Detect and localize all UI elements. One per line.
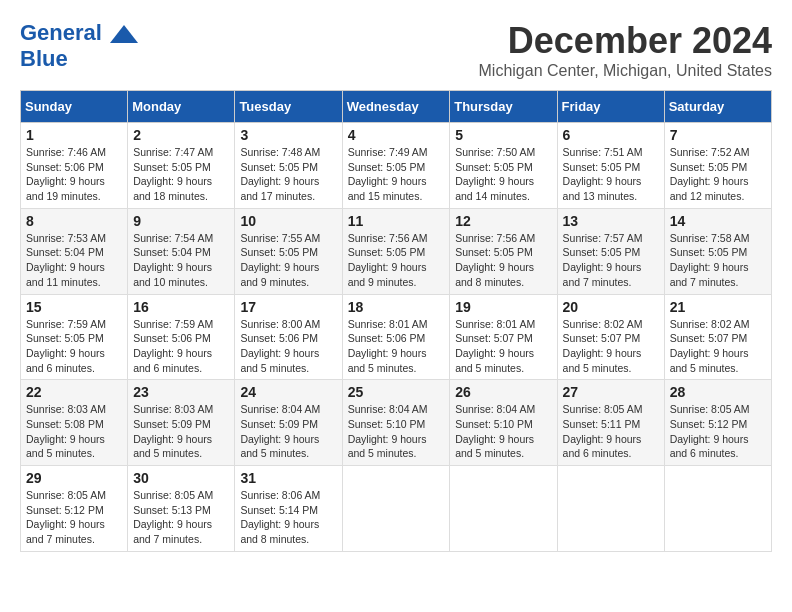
day-info: Sunrise: 8:05 AMSunset: 5:11 PMDaylight:…	[563, 402, 659, 461]
day-cell: 5Sunrise: 7:50 AMSunset: 5:05 PMDaylight…	[450, 123, 557, 209]
day-cell: 25Sunrise: 8:04 AMSunset: 5:10 PMDayligh…	[342, 380, 450, 466]
day-cell: 27Sunrise: 8:05 AMSunset: 5:11 PMDayligh…	[557, 380, 664, 466]
calendar-header-row: SundayMondayTuesdayWednesdayThursdayFrid…	[21, 91, 772, 123]
day-cell: 8Sunrise: 7:53 AMSunset: 5:04 PMDaylight…	[21, 208, 128, 294]
day-cell: 4Sunrise: 7:49 AMSunset: 5:05 PMDaylight…	[342, 123, 450, 209]
day-cell	[664, 466, 771, 552]
day-info: Sunrise: 7:53 AMSunset: 5:04 PMDaylight:…	[26, 231, 122, 290]
day-info: Sunrise: 7:56 AMSunset: 5:05 PMDaylight:…	[348, 231, 445, 290]
header-tuesday: Tuesday	[235, 91, 342, 123]
day-number: 10	[240, 213, 336, 229]
day-info: Sunrise: 7:50 AMSunset: 5:05 PMDaylight:…	[455, 145, 551, 204]
header-wednesday: Wednesday	[342, 91, 450, 123]
page-header: General Blue December 2024 Michigan Cent…	[20, 20, 772, 80]
day-number: 9	[133, 213, 229, 229]
day-cell: 31Sunrise: 8:06 AMSunset: 5:14 PMDayligh…	[235, 466, 342, 552]
day-info: Sunrise: 7:48 AMSunset: 5:05 PMDaylight:…	[240, 145, 336, 204]
day-number: 11	[348, 213, 445, 229]
day-info: Sunrise: 7:47 AMSunset: 5:05 PMDaylight:…	[133, 145, 229, 204]
day-number: 1	[26, 127, 122, 143]
day-cell: 16Sunrise: 7:59 AMSunset: 5:06 PMDayligh…	[128, 294, 235, 380]
week-row-4: 22Sunrise: 8:03 AMSunset: 5:08 PMDayligh…	[21, 380, 772, 466]
day-number: 25	[348, 384, 445, 400]
day-number: 13	[563, 213, 659, 229]
day-number: 3	[240, 127, 336, 143]
day-cell: 29Sunrise: 8:05 AMSunset: 5:12 PMDayligh…	[21, 466, 128, 552]
day-number: 22	[26, 384, 122, 400]
day-cell	[557, 466, 664, 552]
header-saturday: Saturday	[664, 91, 771, 123]
svg-marker-0	[110, 25, 138, 43]
day-cell: 1Sunrise: 7:46 AMSunset: 5:06 PMDaylight…	[21, 123, 128, 209]
day-info: Sunrise: 7:58 AMSunset: 5:05 PMDaylight:…	[670, 231, 766, 290]
day-cell: 18Sunrise: 8:01 AMSunset: 5:06 PMDayligh…	[342, 294, 450, 380]
day-info: Sunrise: 8:02 AMSunset: 5:07 PMDaylight:…	[670, 317, 766, 376]
day-number: 24	[240, 384, 336, 400]
day-info: Sunrise: 8:04 AMSunset: 5:10 PMDaylight:…	[455, 402, 551, 461]
day-info: Sunrise: 8:01 AMSunset: 5:07 PMDaylight:…	[455, 317, 551, 376]
week-row-2: 8Sunrise: 7:53 AMSunset: 5:04 PMDaylight…	[21, 208, 772, 294]
day-number: 26	[455, 384, 551, 400]
day-info: Sunrise: 8:03 AMSunset: 5:08 PMDaylight:…	[26, 402, 122, 461]
day-number: 18	[348, 299, 445, 315]
day-info: Sunrise: 8:06 AMSunset: 5:14 PMDaylight:…	[240, 488, 336, 547]
day-info: Sunrise: 7:57 AMSunset: 5:05 PMDaylight:…	[563, 231, 659, 290]
logo-text: General	[20, 20, 138, 46]
day-cell: 13Sunrise: 7:57 AMSunset: 5:05 PMDayligh…	[557, 208, 664, 294]
day-number: 20	[563, 299, 659, 315]
week-row-3: 15Sunrise: 7:59 AMSunset: 5:05 PMDayligh…	[21, 294, 772, 380]
day-number: 15	[26, 299, 122, 315]
day-number: 16	[133, 299, 229, 315]
day-number: 31	[240, 470, 336, 486]
day-cell: 30Sunrise: 8:05 AMSunset: 5:13 PMDayligh…	[128, 466, 235, 552]
day-cell: 14Sunrise: 7:58 AMSunset: 5:05 PMDayligh…	[664, 208, 771, 294]
day-info: Sunrise: 8:02 AMSunset: 5:07 PMDaylight:…	[563, 317, 659, 376]
day-number: 5	[455, 127, 551, 143]
logo-icon	[110, 25, 138, 43]
week-row-1: 1Sunrise: 7:46 AMSunset: 5:06 PMDaylight…	[21, 123, 772, 209]
day-info: Sunrise: 8:03 AMSunset: 5:09 PMDaylight:…	[133, 402, 229, 461]
day-info: Sunrise: 8:04 AMSunset: 5:09 PMDaylight:…	[240, 402, 336, 461]
day-info: Sunrise: 8:04 AMSunset: 5:10 PMDaylight:…	[348, 402, 445, 461]
logo: General Blue	[20, 20, 138, 72]
day-cell: 24Sunrise: 8:04 AMSunset: 5:09 PMDayligh…	[235, 380, 342, 466]
day-number: 4	[348, 127, 445, 143]
day-cell	[450, 466, 557, 552]
day-number: 30	[133, 470, 229, 486]
title-section: December 2024 Michigan Center, Michigan,…	[479, 20, 772, 80]
day-number: 14	[670, 213, 766, 229]
day-number: 28	[670, 384, 766, 400]
day-cell: 9Sunrise: 7:54 AMSunset: 5:04 PMDaylight…	[128, 208, 235, 294]
calendar-subtitle: Michigan Center, Michigan, United States	[479, 62, 772, 80]
header-monday: Monday	[128, 91, 235, 123]
day-info: Sunrise: 8:01 AMSunset: 5:06 PMDaylight:…	[348, 317, 445, 376]
day-info: Sunrise: 7:52 AMSunset: 5:05 PMDaylight:…	[670, 145, 766, 204]
day-number: 17	[240, 299, 336, 315]
day-cell: 17Sunrise: 8:00 AMSunset: 5:06 PMDayligh…	[235, 294, 342, 380]
day-number: 29	[26, 470, 122, 486]
day-number: 2	[133, 127, 229, 143]
logo-bottom: Blue	[20, 46, 68, 72]
day-cell: 11Sunrise: 7:56 AMSunset: 5:05 PMDayligh…	[342, 208, 450, 294]
day-number: 23	[133, 384, 229, 400]
day-number: 7	[670, 127, 766, 143]
header-sunday: Sunday	[21, 91, 128, 123]
day-info: Sunrise: 7:55 AMSunset: 5:05 PMDaylight:…	[240, 231, 336, 290]
header-friday: Friday	[557, 91, 664, 123]
day-number: 6	[563, 127, 659, 143]
day-cell	[342, 466, 450, 552]
day-number: 12	[455, 213, 551, 229]
header-thursday: Thursday	[450, 91, 557, 123]
day-info: Sunrise: 8:05 AMSunset: 5:12 PMDaylight:…	[670, 402, 766, 461]
day-info: Sunrise: 7:59 AMSunset: 5:05 PMDaylight:…	[26, 317, 122, 376]
day-info: Sunrise: 8:05 AMSunset: 5:13 PMDaylight:…	[133, 488, 229, 547]
day-info: Sunrise: 7:51 AMSunset: 5:05 PMDaylight:…	[563, 145, 659, 204]
day-cell: 22Sunrise: 8:03 AMSunset: 5:08 PMDayligh…	[21, 380, 128, 466]
day-cell: 15Sunrise: 7:59 AMSunset: 5:05 PMDayligh…	[21, 294, 128, 380]
day-cell: 7Sunrise: 7:52 AMSunset: 5:05 PMDaylight…	[664, 123, 771, 209]
day-cell: 19Sunrise: 8:01 AMSunset: 5:07 PMDayligh…	[450, 294, 557, 380]
day-cell: 3Sunrise: 7:48 AMSunset: 5:05 PMDaylight…	[235, 123, 342, 209]
day-info: Sunrise: 7:59 AMSunset: 5:06 PMDaylight:…	[133, 317, 229, 376]
week-row-5: 29Sunrise: 8:05 AMSunset: 5:12 PMDayligh…	[21, 466, 772, 552]
day-info: Sunrise: 7:49 AMSunset: 5:05 PMDaylight:…	[348, 145, 445, 204]
